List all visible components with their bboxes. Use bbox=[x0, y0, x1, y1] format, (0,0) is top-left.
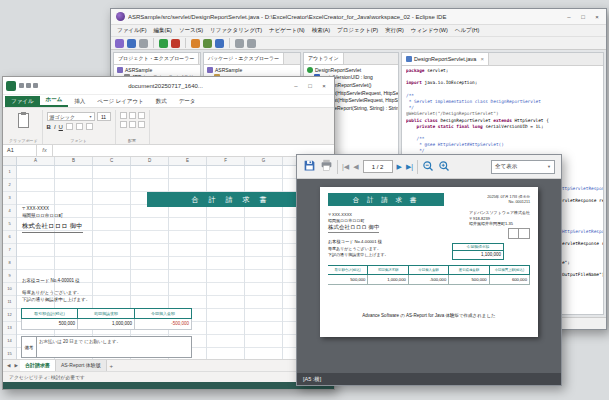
coverage-icon[interactable] bbox=[203, 39, 212, 48]
new-wizard-icon[interactable] bbox=[115, 39, 124, 48]
tree-item[interactable]: ASRSample bbox=[114, 66, 200, 74]
menu-item[interactable]: ヘルプ(H) bbox=[455, 27, 480, 34]
row-header[interactable]: 12 bbox=[3, 309, 16, 322]
align-top-button[interactable] bbox=[120, 112, 127, 119]
row-header[interactable]: 7 bbox=[3, 244, 16, 257]
prev-page-icon[interactable]: ◀ bbox=[353, 163, 358, 170]
fx-icon[interactable]: fx bbox=[37, 145, 53, 156]
row-header[interactable]: 3 bbox=[3, 192, 16, 205]
italic-button[interactable]: I bbox=[54, 124, 56, 130]
underline-button[interactable]: U bbox=[59, 124, 63, 130]
forward-icon[interactable] bbox=[247, 39, 256, 48]
row-header[interactable]: 1 bbox=[3, 166, 16, 179]
menu-item[interactable]: ファイル(F) bbox=[117, 27, 147, 34]
menu-item[interactable]: 検索(A) bbox=[312, 27, 330, 34]
zoom-in-icon[interactable] bbox=[438, 158, 450, 176]
row-header[interactable]: 13 bbox=[3, 322, 16, 335]
row-header[interactable]: 11 bbox=[3, 296, 16, 309]
save-icon[interactable] bbox=[303, 158, 316, 176]
zoom-out-icon[interactable] bbox=[422, 158, 434, 176]
row-header[interactable]: 15 bbox=[3, 348, 16, 359]
preview-document-area[interactable]: 合 計 請 求 書 2025年 07月 17日 請求分 No. 0001211 … bbox=[297, 179, 561, 373]
column-header[interactable]: F bbox=[207, 157, 245, 165]
column-header[interactable]: C bbox=[93, 157, 131, 165]
sheet-tab[interactable]: AS-Report 体験版 bbox=[56, 360, 107, 371]
align-center-button[interactable] bbox=[129, 121, 136, 128]
menu-item[interactable]: プロジェクト(P) bbox=[337, 27, 378, 34]
select-all-corner[interactable] bbox=[3, 157, 17, 165]
font-name-select[interactable]: 游ゴシック ▾ bbox=[47, 112, 95, 121]
ribbon-tab[interactable]: ファイル bbox=[5, 96, 40, 107]
row-header[interactable]: 9 bbox=[3, 270, 16, 283]
align-bottom-button[interactable] bbox=[138, 112, 145, 119]
minimize-button[interactable]: – bbox=[289, 80, 303, 92]
align-middle-button[interactable] bbox=[129, 112, 136, 119]
ribbon-tab[interactable]: ページ レイアウト bbox=[91, 96, 149, 107]
ribbon-tab[interactable]: ホーム bbox=[40, 94, 69, 107]
view-mode-select[interactable]: 全て表示 ▼ bbox=[491, 160, 555, 174]
undo-icon[interactable] bbox=[33, 83, 38, 88]
editor-tab-designreportservlet[interactable]: DesignReportServlet.java × bbox=[402, 53, 489, 65]
column-header[interactable]: G bbox=[245, 157, 283, 165]
eclipse-titlebar[interactable]: ASRSample/src/servlet/DesignReportServle… bbox=[111, 9, 606, 25]
maximize-button[interactable]: □ bbox=[303, 80, 317, 92]
next-page-icon[interactable]: ▶ bbox=[397, 163, 402, 170]
sheet-next-icon[interactable]: ▶ bbox=[12, 363, 19, 368]
worksheet[interactable]: 合 計 請 求 書 〒XXX-XXXX 福岡県ロロ市ロロ町 株式会社ロロロ 御中… bbox=[17, 166, 334, 359]
row-header[interactable]: 8 bbox=[3, 257, 16, 270]
maximize-button[interactable]: □ bbox=[576, 11, 590, 23]
menu-item[interactable]: 編集(E) bbox=[154, 27, 172, 34]
save-all-icon[interactable] bbox=[139, 39, 148, 48]
row-header[interactable]: 6 bbox=[3, 231, 16, 244]
sheet-tab[interactable]: 合計請求書 bbox=[20, 360, 56, 371]
menu-item[interactable]: 実行(R) bbox=[385, 27, 404, 34]
tab-project-explorer[interactable]: プロジェクト・エクスプローラー bbox=[114, 53, 199, 64]
column-header[interactable]: E bbox=[169, 157, 207, 165]
column-header[interactable]: A bbox=[17, 157, 55, 165]
menu-item[interactable]: リファクタリング(T) bbox=[210, 27, 262, 34]
name-box[interactable]: A1 bbox=[3, 145, 37, 157]
last-page-icon[interactable]: ▶| bbox=[406, 163, 413, 170]
align-right-button[interactable] bbox=[138, 121, 145, 128]
bold-button[interactable]: B bbox=[47, 124, 51, 130]
menu-item[interactable]: ナビゲート(N) bbox=[269, 27, 305, 34]
add-sheet-icon[interactable]: + bbox=[107, 363, 116, 369]
border-button[interactable] bbox=[66, 123, 73, 130]
close-tab-icon[interactable]: × bbox=[480, 56, 484, 62]
row-header[interactable]: 4 bbox=[3, 205, 16, 218]
ribbon-tab[interactable]: データ bbox=[173, 96, 202, 107]
excel-titlebar[interactable]: document20250717_1640... – □ × bbox=[3, 77, 334, 95]
outline-item[interactable]: DesignReportServlet bbox=[304, 66, 398, 74]
font-size-select[interactable]: 11 bbox=[97, 112, 111, 121]
paste-button[interactable] bbox=[18, 113, 29, 128]
row-header[interactable]: 5 bbox=[3, 218, 16, 231]
menu-item[interactable]: ウィンドウ(W) bbox=[411, 27, 448, 34]
font-color-button[interactable] bbox=[86, 123, 93, 130]
run-icon[interactable] bbox=[159, 39, 168, 48]
row-header[interactable]: 14 bbox=[3, 335, 16, 348]
print-icon[interactable] bbox=[320, 158, 333, 176]
tab-outline[interactable]: アウトライン bbox=[304, 53, 344, 64]
minimize-button[interactable]: – bbox=[562, 11, 576, 23]
tree-item[interactable]: ASRSample bbox=[204, 66, 300, 74]
save-icon[interactable] bbox=[127, 39, 136, 48]
row-header[interactable]: 10 bbox=[3, 283, 16, 296]
debug-icon[interactable] bbox=[171, 39, 180, 48]
autosave-icon[interactable] bbox=[19, 83, 24, 88]
ribbon-tab[interactable]: 数式 bbox=[150, 96, 173, 107]
column-header[interactable]: D bbox=[131, 157, 169, 165]
accessibility-status[interactable]: アクセシビリティ: 検討が必要です bbox=[9, 374, 85, 380]
close-button[interactable]: × bbox=[317, 80, 331, 92]
ribbon-tab[interactable]: 挿入 bbox=[68, 96, 91, 107]
tab-package-explorer[interactable]: パッケージ・エクスプローラー bbox=[204, 53, 284, 64]
new-servlet-icon[interactable] bbox=[191, 39, 200, 48]
menu-item[interactable]: ソース(S) bbox=[179, 27, 203, 34]
save-icon[interactable] bbox=[26, 83, 31, 88]
sheet-prev-icon[interactable]: ◀ bbox=[5, 363, 12, 368]
row-header[interactable]: 2 bbox=[3, 179, 16, 192]
column-header[interactable]: B bbox=[55, 157, 93, 165]
search-icon[interactable] bbox=[215, 39, 224, 48]
fill-color-button[interactable] bbox=[76, 123, 83, 130]
first-page-icon[interactable]: |◀ bbox=[342, 163, 349, 170]
close-button[interactable]: × bbox=[590, 11, 604, 23]
